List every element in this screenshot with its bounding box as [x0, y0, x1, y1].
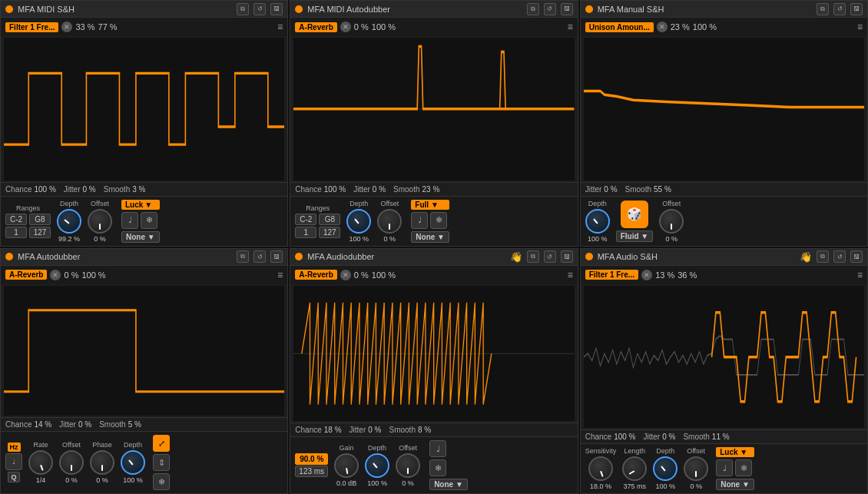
copy-icon-4[interactable]: ⧉ — [237, 250, 249, 263]
refresh-icon-6[interactable]: ↺ — [833, 250, 846, 263]
x-btn-5[interactable]: ✕ — [340, 270, 351, 280]
list-icon-3[interactable]: ≡ — [857, 22, 863, 32]
copy-icon-2[interactable]: ⧉ — [527, 3, 539, 15]
save-icon-3[interactable]: 🖫 — [850, 3, 863, 15]
sensitivity-knob-6[interactable] — [588, 456, 613, 481]
param-name-1[interactable]: Filter 1 Fre... — [5, 22, 58, 32]
panel-mfa-manual-sh: MFA Manual S&H ⧉ ↺ 🖫 Unison Amoun... ✕ 2… — [580, 0, 868, 247]
length-knob-6[interactable] — [622, 456, 647, 481]
luck-dropdown-1[interactable]: Luck ▼ — [121, 200, 160, 210]
depth-knob-1[interactable] — [57, 209, 81, 234]
refresh-icon-5[interactable]: ↺ — [544, 250, 556, 263]
none-dropdown-5[interactable]: None ▼ — [429, 479, 468, 490]
note-icon-6[interactable]: ♩ — [716, 459, 733, 476]
waveform-5[interactable] — [293, 286, 574, 422]
expand-icon-4[interactable]: ⤢ — [153, 435, 170, 452]
list-icon-1[interactable]: ≡ — [277, 22, 283, 32]
list-icon-2[interactable]: ≡ — [568, 22, 573, 32]
none-dropdown-6[interactable]: None ▼ — [716, 479, 754, 490]
snowflake-icon-4[interactable]: ❄ — [153, 473, 170, 490]
save-icon-1[interactable]: 🖫 — [270, 3, 283, 15]
list-icon-4[interactable]: ≡ — [277, 270, 283, 280]
snowflake-icon-2[interactable]: ❄ — [430, 212, 447, 229]
full-dropdown-2[interactable]: Full ▼ — [411, 200, 449, 210]
save-icon-4[interactable]: 🖫 — [270, 250, 283, 263]
note-mode-4[interactable]: ♩ — [5, 453, 22, 470]
copy-icon-1[interactable]: ⧉ — [237, 3, 249, 15]
param-name-2[interactable]: A-Reverb — [295, 22, 336, 32]
none-dropdown-1[interactable]: None ▼ — [121, 231, 160, 243]
refresh-icon-2[interactable]: ↺ — [544, 3, 556, 15]
range-1[interactable]: 1 — [5, 227, 27, 238]
panel-dot-3[interactable] — [585, 5, 593, 13]
snowflake-icon-6[interactable]: ❄ — [735, 459, 752, 476]
x-btn-3[interactable]: ✕ — [657, 22, 668, 32]
waveform-4[interactable] — [4, 286, 284, 416]
luck-dropdown-6[interactable]: Luck ▼ — [716, 447, 754, 457]
range2-127[interactable]: 127 — [319, 227, 340, 238]
depth-knob-2[interactable] — [346, 209, 371, 234]
dice-icon-3[interactable]: 🎲 — [621, 201, 648, 228]
refresh-icon-4[interactable]: ↺ — [253, 250, 266, 263]
hz-btn-4[interactable]: Hz — [8, 443, 21, 452]
rate-knob-4[interactable] — [28, 450, 53, 475]
waveform-3[interactable] — [584, 38, 864, 181]
phase-knob-4[interactable] — [90, 450, 114, 475]
depth-knob-5[interactable] — [365, 453, 389, 478]
param-name-3[interactable]: Unison Amoun... — [585, 22, 654, 32]
gain-knob-5[interactable] — [334, 453, 359, 478]
depth-knob-6[interactable] — [653, 456, 678, 481]
save-icon-6[interactable]: 🖫 — [850, 250, 863, 263]
panel-dot-5[interactable] — [295, 253, 303, 260]
gain-pct-5[interactable]: 90.0 % — [295, 453, 328, 465]
param-name-4[interactable]: A-Reverb — [5, 270, 47, 280]
refresh-icon-1[interactable]: ↺ — [253, 3, 266, 15]
range2-1[interactable]: 1 — [295, 227, 316, 238]
param-name-6[interactable]: Filter 1 Fre... — [585, 270, 638, 280]
param-name-5[interactable]: A-Reverb — [295, 270, 336, 280]
gain-ms-5[interactable]: 123 ms — [295, 466, 328, 477]
panel-dot-6[interactable] — [585, 253, 593, 260]
copy-icon-5[interactable]: ⧉ — [527, 250, 539, 263]
save-icon-2[interactable]: 🖫 — [561, 3, 573, 15]
x-btn-4[interactable]: ✕ — [50, 270, 61, 280]
waveform-2[interactable] — [293, 38, 574, 181]
q-btn-4[interactable]: Q — [8, 472, 19, 482]
none-dropdown-2[interactable]: None ▼ — [411, 231, 449, 243]
depth-knob-3[interactable] — [585, 209, 610, 234]
waveform-6[interactable] — [584, 286, 864, 429]
list-icon-6[interactable]: ≡ — [857, 270, 863, 280]
offset-knob-3[interactable] — [659, 209, 684, 234]
range-127[interactable]: 127 — [29, 227, 51, 238]
x-btn-2[interactable]: ✕ — [340, 22, 351, 32]
panel-dot-2[interactable] — [295, 5, 303, 13]
range-g8[interactable]: G8 — [29, 214, 51, 225]
range2-c2[interactable]: C-2 — [295, 214, 316, 225]
smooth-stat-1: Smooth 3 % — [104, 185, 146, 194]
panel-dot-4[interactable] — [5, 253, 13, 260]
offset-knob-1[interactable] — [88, 209, 112, 234]
offset-knob-2[interactable] — [377, 209, 402, 234]
waveform-1[interactable] — [4, 38, 284, 181]
x-btn-1[interactable]: ✕ — [61, 22, 72, 32]
note-icon-1[interactable]: ♩ — [121, 212, 138, 229]
range2-g8[interactable]: G8 — [319, 214, 340, 225]
arrows-icon-4[interactable]: ⇕ — [153, 454, 170, 471]
refresh-icon-3[interactable]: ↺ — [833, 3, 846, 15]
save-icon-5[interactable]: 🖫 — [561, 250, 573, 263]
copy-icon-6[interactable]: ⧉ — [817, 250, 829, 263]
offset-knob-4[interactable] — [59, 450, 84, 475]
note-icon-5[interactable]: ♩ — [429, 440, 446, 457]
snowflake-icon-1[interactable]: ❄ — [141, 212, 157, 229]
list-icon-5[interactable]: ≡ — [568, 270, 573, 280]
fluid-dropdown-3[interactable]: Fluid ▼ — [616, 230, 654, 242]
snowflake-icon-5[interactable]: ❄ — [429, 459, 446, 476]
copy-icon-3[interactable]: ⧉ — [817, 3, 829, 15]
offset-knob-5[interactable] — [396, 453, 420, 478]
x-btn-6[interactable]: ✕ — [641, 270, 652, 280]
note-icon-2[interactable]: ♩ — [411, 212, 428, 229]
range-c2[interactable]: C-2 — [5, 214, 27, 225]
panel-dot-1[interactable] — [5, 5, 13, 13]
depth-knob-4[interactable] — [121, 450, 145, 475]
offset-knob-6[interactable] — [684, 456, 708, 481]
